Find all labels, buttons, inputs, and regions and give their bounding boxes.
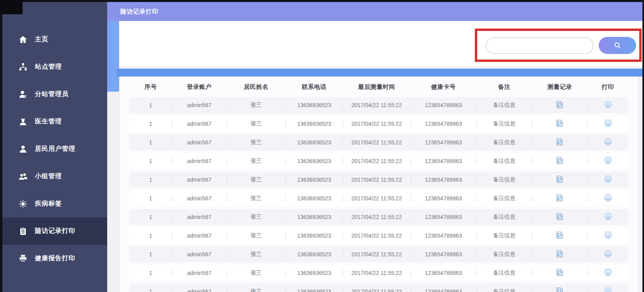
app-window: 主页 站点管理 分站管理员 医生管理 居民用户管理 小组管理 疾病标签 随访记录… (0, 0, 644, 292)
print-button[interactable] (604, 156, 613, 165)
print-button[interactable] (604, 268, 613, 277)
table-row: 1 admin567 张三 13636936523 2017/04/22 11:… (129, 246, 629, 262)
view-record-button[interactable] (555, 119, 564, 128)
print-button[interactable] (604, 100, 613, 109)
sidebar-item-label: 主页 (35, 35, 48, 44)
cell-phone: 13636936523 (285, 121, 343, 127)
print-icon (604, 193, 613, 202)
cell-health-card: 123654789963 (411, 214, 476, 220)
sidebar-item-site-management[interactable]: 站点管理 (2, 53, 107, 81)
view-record-button[interactable] (555, 249, 564, 258)
sidebar-item-doctor-management[interactable]: 医生管理 (2, 108, 107, 135)
cell-remark: 备注信息 (476, 176, 532, 183)
print-button[interactable] (604, 212, 613, 221)
sidebar-item-label: 居民用户管理 (35, 145, 75, 153)
cell-account: admin567 (172, 177, 227, 183)
cell-remark: 备注信息 (476, 120, 532, 127)
cell-measure-time: 2017/04/22 11:55:22 (343, 139, 411, 146)
view-record-button[interactable] (555, 212, 564, 221)
print-icon (604, 137, 613, 146)
sidebar-item-group-management[interactable]: 小组管理 (2, 163, 107, 190)
screen-edge-artifact (642, 0, 644, 292)
cell-account: admin567 (172, 139, 227, 146)
cell-account: admin567 (172, 251, 227, 257)
sidebar-item-home[interactable]: 主页 (2, 26, 107, 53)
view-record-button[interactable] (555, 231, 564, 240)
print-button[interactable] (604, 137, 613, 146)
print-icon (604, 156, 613, 165)
cell-index: 1 (129, 121, 172, 127)
print-button[interactable] (604, 119, 613, 128)
view-record-button[interactable] (555, 100, 564, 109)
records-table: 序号登录账户居民姓名联系电话最后测量时间健康卡号备注测量记录打印 1 admin… (120, 77, 638, 292)
sidebar-item-disease-tags[interactable]: 疾病标签 (2, 190, 107, 217)
cell-index: 1 (129, 177, 172, 183)
print-icon (604, 286, 613, 292)
cell-index: 1 (129, 158, 172, 164)
cell-account: admin567 (172, 214, 227, 220)
view-record-button[interactable] (555, 268, 564, 277)
sidebar-item-label: 医生管理 (35, 117, 62, 126)
search-button[interactable] (599, 37, 636, 54)
cell-resident-name: 张三 (227, 288, 286, 292)
doctor-icon (18, 117, 28, 127)
column-header-card: 健康卡号 (411, 83, 476, 91)
cell-health-card: 123654789963 (411, 251, 476, 257)
column-header-remark: 备注 (476, 83, 532, 91)
table-row: 1 admin567 张三 13636936523 2017/04/22 11:… (129, 97, 629, 113)
cell-index: 1 (129, 102, 172, 108)
cell-resident-name: 张三 (227, 195, 286, 202)
print-button[interactable] (604, 286, 613, 292)
view-record-button[interactable] (555, 156, 564, 165)
sidebar-item-followup-record-print[interactable]: 随访记录打印 (2, 217, 107, 245)
print-button[interactable] (604, 175, 613, 184)
sidebar-item-resident-user-management[interactable]: 居民用户管理 (2, 135, 107, 163)
print-button[interactable] (604, 249, 613, 258)
cell-measure-time: 2017/04/22 11:55:22 (343, 177, 411, 183)
cell-index: 1 (129, 214, 172, 220)
view-record-button[interactable] (555, 193, 564, 202)
cell-account: admin567 (172, 121, 227, 127)
record-view-icon (555, 231, 564, 240)
cell-resident-name: 张三 (227, 158, 286, 165)
print-button[interactable] (604, 231, 613, 240)
view-record-button[interactable] (555, 175, 564, 184)
search-panel (119, 21, 644, 66)
cell-account: admin567 (172, 195, 227, 202)
cell-measure-time: 2017/04/22 11:55:22 (343, 288, 411, 292)
cell-remark: 备注信息 (476, 158, 532, 165)
cell-phone: 13636936523 (285, 195, 343, 202)
cell-measure-time: 2017/04/22 11:55:22 (343, 232, 411, 239)
cell-resident-name: 张三 (227, 213, 286, 221)
sidebar-item-substation-admin[interactable]: 分站管理员 (2, 81, 107, 108)
page-header: 随访记录打印 (107, 2, 644, 21)
cell-account: admin567 (172, 232, 227, 239)
print-icon (604, 212, 613, 221)
table-row: 1 admin567 张三 13636936523 2017/04/22 11:… (129, 134, 629, 150)
print-icon (604, 100, 613, 109)
search-input[interactable] (486, 37, 594, 54)
search-icon (613, 41, 622, 50)
table-row: 1 admin567 张三 13636936523 2017/04/22 11:… (129, 153, 629, 169)
table-row: 1 admin567 张三 13636936523 2017/04/22 11:… (129, 284, 629, 292)
view-record-button[interactable] (555, 286, 564, 292)
cell-measure-time: 2017/04/22 11:55:22 (343, 195, 411, 202)
cell-remark: 备注信息 (476, 269, 532, 277)
print-button[interactable] (604, 193, 613, 202)
cell-health-card: 123654789963 (411, 139, 476, 146)
cell-account: admin567 (172, 270, 227, 276)
record-view-icon (555, 156, 564, 165)
column-header-record: 测量记录 (532, 83, 587, 91)
column-header-no: 序号 (129, 83, 172, 91)
print-icon (604, 175, 613, 184)
column-header-account: 登录账户 (172, 83, 227, 91)
group-icon (18, 172, 28, 181)
column-header-name: 居民姓名 (227, 83, 286, 91)
view-record-button[interactable] (555, 137, 564, 146)
cell-phone: 13636936523 (285, 177, 343, 183)
cell-remark: 备注信息 (476, 195, 532, 202)
sidebar-item-label: 站点管理 (35, 63, 62, 71)
cell-resident-name: 张三 (227, 251, 286, 258)
column-header-time: 最后测量时间 (343, 83, 411, 91)
sidebar-item-health-report-print[interactable]: 健康报告打印 (2, 245, 107, 272)
